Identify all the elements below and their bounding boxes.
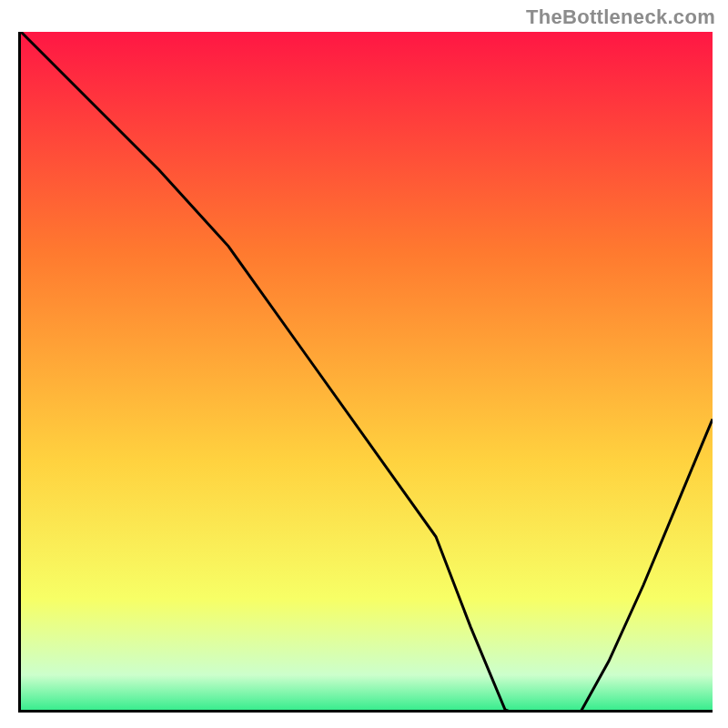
watermark-text: TheBottleneck.com	[526, 5, 715, 29]
optimal-marker	[530, 711, 578, 713]
plot-area	[18, 32, 713, 713]
chart-svg	[21, 32, 713, 713]
chart-root: { "watermark": "TheBottleneck.com", "col…	[0, 0, 728, 728]
